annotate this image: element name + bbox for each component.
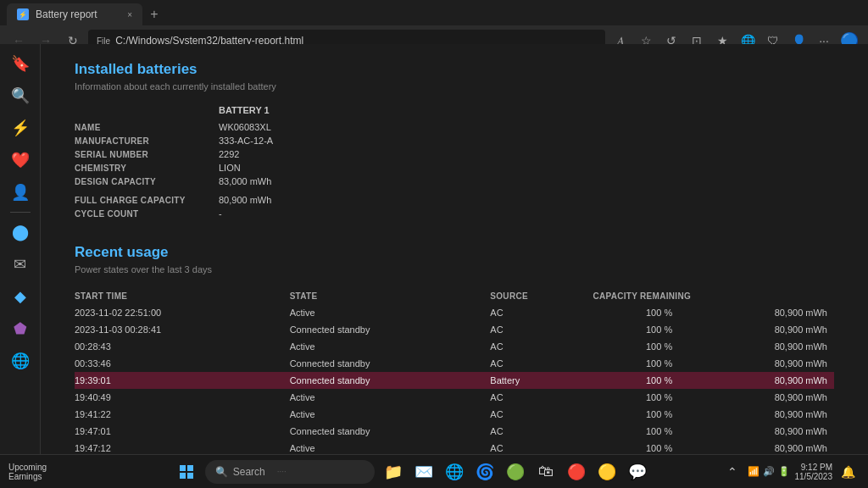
start-time-cell: 00:28:43 xyxy=(75,338,290,355)
taskbar-store[interactable]: 🛍 xyxy=(532,458,559,485)
capacity-pct-cell: 100 % xyxy=(593,389,679,406)
start-time-cell: 2023-11-02 22:51:00 xyxy=(75,304,290,321)
start-time-cell: 2023-11-03 00:28:41 xyxy=(75,321,290,338)
table-row: 2023-11-03 00:28:41 Connected standby AC… xyxy=(75,321,834,338)
taskbar-center: 🔍 Search ···· 📁 ✉️ 🌐 🌀 🟢 🛍 🔴 🟡 💬 xyxy=(102,458,722,485)
content-area: Installed batteries Information about ea… xyxy=(41,44,868,488)
taskbar-security2[interactable]: 🟡 xyxy=(593,458,620,485)
battery-field-full-charge: FULL CHARGE CAPACITY 80,900 mWh xyxy=(75,195,834,205)
sidebar-icon-flash[interactable]: ⚡ xyxy=(5,113,36,143)
capacity-pct-cell: 100 % xyxy=(593,423,679,440)
browser-chrome: ⚡ Battery report × + ← → ↻ File C:/Windo… xyxy=(0,0,868,44)
source-cell: AC xyxy=(490,355,593,372)
sidebar: 🔖 🔍 ⚡ ❤️ 👤 ⬤ ✉ ◆ ⬟ 🌐 + xyxy=(0,44,41,488)
taskbar-edge[interactable]: 🌐 xyxy=(441,458,468,485)
taskbar-right: ⌃ 📶 🔊 🔋 9:12 PM 11/5/2023 🔔 xyxy=(722,462,869,482)
start-time-cell: 19:40:49 xyxy=(75,389,290,406)
table-row: 19:47:01 Connected standby AC 100 % 80,9… xyxy=(75,423,834,440)
capacity-mwh-cell: 80,900 mWh xyxy=(679,423,834,440)
battery-field-chemistry: CHEMISTRY LION xyxy=(75,163,834,173)
tray-expand-icon[interactable]: ⌃ xyxy=(722,462,743,482)
windows-button[interactable] xyxy=(173,458,200,485)
browser-tab[interactable]: ⚡ Battery report × xyxy=(7,3,142,25)
col-state: STATE xyxy=(290,288,491,304)
state-cell: Active xyxy=(290,406,491,423)
battery-field-design-capacity: DESIGN CAPACITY 83,000 mWh xyxy=(75,176,834,186)
source-cell: Battery xyxy=(490,372,593,389)
table-row: 19:41:22 Active AC 100 % 80,900 mWh xyxy=(75,406,834,423)
usage-table-header: START TIME STATE SOURCE CAPACITY REMAINI… xyxy=(75,288,834,304)
capacity-pct-cell: 100 % xyxy=(593,355,679,372)
capacity-mwh-cell: 80,900 mWh xyxy=(679,321,834,338)
capacity-mwh-cell: 80,900 mWh xyxy=(679,304,834,321)
sidebar-icon-bookmark[interactable]: 🔖 xyxy=(5,48,36,79)
start-time-cell: 19:47:01 xyxy=(75,423,290,440)
sidebar-icon-diamond[interactable]: ◆ xyxy=(5,281,36,312)
capacity-pct-cell: 100 % xyxy=(593,338,679,355)
sidebar-icon-heart[interactable]: ❤️ xyxy=(5,145,36,175)
svg-rect-0 xyxy=(180,465,186,471)
sidebar-icon-profile[interactable]: 👤 xyxy=(5,177,36,208)
start-time-cell: 00:33:46 xyxy=(75,355,290,372)
sidebar-icon-mail[interactable]: ✉ xyxy=(5,249,36,280)
installed-batteries-title: Installed batteries xyxy=(75,61,834,78)
sidebar-icon-search[interactable]: 🔍 xyxy=(5,80,36,111)
start-time-cell: 19:41:22 xyxy=(75,406,290,423)
new-tab-button[interactable]: + xyxy=(142,3,166,25)
source-cell: AC xyxy=(490,304,593,321)
search-icon: 🔍 xyxy=(215,466,228,478)
taskbar-mail[interactable]: ✉️ xyxy=(410,458,437,485)
state-cell: Active xyxy=(290,389,491,406)
sidebar-icon-purple[interactable]: ⬟ xyxy=(5,313,36,344)
col-capacity: CAPACITY REMAINING xyxy=(593,288,834,304)
battery-field-cycle-count: CYCLE COUNT - xyxy=(75,208,834,219)
taskbar-chat[interactable]: 💬 xyxy=(624,458,651,485)
sidebar-icon-circle[interactable]: ⬤ xyxy=(5,217,36,247)
svg-rect-2 xyxy=(180,473,186,479)
taskbar-spotify[interactable]: 🟢 xyxy=(502,458,529,485)
search-dots: ···· xyxy=(277,467,287,476)
source-cell: AC xyxy=(490,406,593,423)
capacity-mwh-cell: 80,900 mWh xyxy=(679,338,834,355)
notifications-icon[interactable]: 🔔 xyxy=(837,462,858,482)
state-cell: Connected standby xyxy=(290,372,491,389)
taskbar-search-bar[interactable]: 🔍 Search ···· xyxy=(205,460,375,484)
taskbar-explorer[interactable]: 📁 xyxy=(380,458,407,485)
state-cell: Connected standby xyxy=(290,355,491,372)
battery-column-header: BATTERY 1 xyxy=(219,105,320,115)
tab-close-button[interactable]: × xyxy=(127,10,132,19)
system-clock[interactable]: 9:12 PM 11/5/2023 xyxy=(795,463,833,481)
svg-rect-3 xyxy=(187,473,193,479)
capacity-pct-cell: 100 % xyxy=(593,321,679,338)
windows-icon xyxy=(180,465,193,479)
sidebar-icon-globe[interactable]: 🌐 xyxy=(5,346,36,376)
search-placeholder: Search xyxy=(233,466,265,478)
source-cell: AC xyxy=(490,338,593,355)
installed-batteries-section: Installed batteries Information about ea… xyxy=(75,61,834,219)
network-icon: 📶 xyxy=(748,466,760,477)
battery-field-manufacturer: MANUFACTURER 333-AC-12-A xyxy=(75,136,834,146)
battery-field-name: NAME WK06083XL xyxy=(75,122,834,132)
recent-usage-section: Recent usage Power states over the last … xyxy=(75,244,834,457)
taskbar-antivirus[interactable]: 🔴 xyxy=(563,458,590,485)
battery-column-header-row: BATTERY 1 xyxy=(75,105,834,115)
sidebar-divider xyxy=(10,212,31,213)
capacity-pct-cell: 100 % xyxy=(593,406,679,423)
taskbar-chrome[interactable]: 🌀 xyxy=(471,458,498,485)
table-row: 19:40:49 Active AC 100 % 80,900 mWh xyxy=(75,389,834,406)
recent-usage-title: Recent usage xyxy=(75,244,834,261)
tab-favicon: ⚡ xyxy=(17,8,29,20)
capacity-mwh-cell: 80,900 mWh xyxy=(679,372,834,389)
taskbar-app-name: Upcoming xyxy=(8,463,47,472)
date-display: 11/5/2023 xyxy=(795,472,833,481)
tab-title: Battery report xyxy=(36,8,97,20)
state-cell: Active xyxy=(290,304,491,321)
installed-batteries-subtitle: Information about each currently install… xyxy=(75,81,834,92)
taskbar-left: Upcoming Earnings xyxy=(0,463,102,481)
table-row: 2023-11-02 22:51:00 Active AC 100 % 80,9… xyxy=(75,304,834,321)
capacity-mwh-cell: 80,900 mWh xyxy=(679,406,834,423)
taskbar-app-upcoming[interactable]: Upcoming Earnings xyxy=(8,463,47,481)
col-source: SOURCE xyxy=(490,288,593,304)
table-row-highlighted: 19:39:01 Connected standby Battery 100 %… xyxy=(75,372,834,389)
table-row: 00:33:46 Connected standby AC 100 % 80,9… xyxy=(75,355,834,372)
